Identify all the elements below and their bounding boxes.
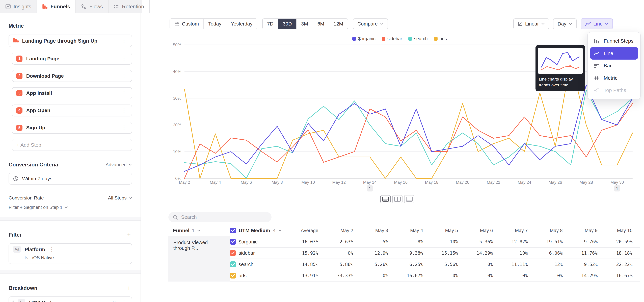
add-step-label: + Add Step — [16, 142, 41, 148]
layout-split-horizontal-button[interactable] — [380, 195, 390, 203]
value-cell: 20.59% — [598, 239, 632, 244]
clock-icon — [13, 176, 18, 181]
remove-icon[interactable] — [111, 300, 117, 302]
value-cell: 0% — [458, 273, 493, 278]
funnel-card[interactable]: Landing Page through Sign Up — [8, 34, 132, 47]
menu-item-metric[interactable]: Metric — [590, 72, 638, 84]
breakdown-heading: Breakdown — [8, 285, 38, 291]
legend-item-search[interactable]: search — [408, 36, 428, 42]
series-checkbox[interactable] — [230, 250, 236, 256]
kebab-menu-icon[interactable] — [120, 108, 128, 113]
svg-text:May 18: May 18 — [425, 180, 438, 184]
filter-value[interactable]: iOS Native — [32, 255, 54, 260]
series-name[interactable]: sidebar — [239, 250, 255, 256]
conversion-window-button[interactable]: Within 7 days — [8, 173, 132, 184]
funnel-step-app-open[interactable]: 4App Open — [12, 104, 132, 116]
linear-scale-icon — [518, 21, 522, 26]
kebab-menu-icon[interactable] — [120, 90, 128, 96]
legend-swatch — [352, 37, 356, 40]
kebab-menu-icon[interactable] — [48, 247, 55, 252]
filter-segment-label: Filter + Segment on Step 1 — [8, 205, 62, 210]
menu-item-line[interactable]: Line — [590, 47, 638, 60]
tab-funnels[interactable]: Funnels — [37, 0, 76, 13]
add-step-button[interactable]: + Add Step — [12, 139, 132, 151]
funnel-icon — [13, 38, 19, 44]
funnel-step-app-install[interactable]: 3App Install — [12, 87, 132, 99]
column-header-may-10: May 10 — [598, 228, 632, 233]
chart-type-button[interactable]: Line — [580, 18, 613, 29]
search-box[interactable] — [168, 212, 272, 222]
series-checkbox[interactable] — [230, 273, 236, 278]
advanced-dropdown[interactable]: Advanced — [106, 162, 132, 168]
filter-operator[interactable]: Is — [24, 255, 28, 260]
kebab-menu-icon[interactable] — [120, 56, 128, 62]
custom-range-button[interactable]: Custom — [170, 19, 203, 29]
chevron-down-icon — [569, 23, 572, 25]
all-steps-dropdown[interactable]: All Steps — [108, 195, 132, 201]
series-name[interactable]: search — [239, 262, 254, 267]
legend-item--organic[interactable]: $organic — [352, 36, 376, 42]
insights-icon — [5, 4, 11, 9]
value-cell: 9.38% — [388, 250, 423, 256]
funnel-step-sign-up[interactable]: 5Sign Up — [12, 122, 132, 134]
breakdown-column-header[interactable]: UTM Medium4 — [230, 228, 283, 234]
chart-type-label: Line — [593, 21, 603, 27]
legend-item-sidebar[interactable]: sidebar — [382, 36, 402, 42]
layout-split-vertical-button[interactable] — [392, 195, 402, 203]
legend-item-ads[interactable]: ads — [434, 36, 447, 42]
tab-retention[interactable]: Retention — [108, 0, 150, 13]
annotation-badge[interactable]: 1 — [614, 185, 620, 192]
kebab-menu-icon[interactable] — [120, 38, 128, 44]
series-checkbox[interactable] — [230, 262, 236, 267]
funnel-header-label: Funnel — [173, 228, 190, 234]
value-cell: 14.29% — [563, 273, 598, 278]
range-12m-button[interactable]: 12M — [329, 19, 348, 29]
yesterday-button[interactable]: Yesterday — [226, 19, 257, 29]
range-6m-button[interactable]: 6M — [312, 19, 329, 29]
layout-toggle-group — [378, 195, 418, 203]
menu-item-bar[interactable]: Bar — [590, 60, 638, 72]
value-cell: 5.26% — [353, 262, 388, 267]
tooltip-text: Line charts display trends over time. — [538, 76, 583, 88]
tab-insights[interactable]: Insights — [0, 0, 37, 13]
svg-text:20%: 20% — [173, 123, 181, 127]
tab-flows[interactable]: Flows — [76, 0, 108, 13]
platform-filter-card[interactable]: Aa Platform Is iOS Native — [8, 243, 132, 264]
funnel-step-download-page[interactable]: 2Download Page — [12, 70, 132, 82]
add-filter-button[interactable] — [126, 231, 132, 238]
funnel-step-landing-page[interactable]: 1Landing Page — [12, 53, 132, 64]
filter-segment-toggle[interactable]: Filter + Segment on Step 1 — [8, 205, 132, 210]
series-name-cell: search — [230, 262, 283, 267]
svg-text:May 22: May 22 — [487, 180, 500, 184]
breakdown-item-card[interactable]: Aa UTM Medium — [8, 296, 132, 302]
day-granularity-button[interactable]: Day — [553, 18, 576, 29]
utm-medium-checkbox[interactable] — [230, 228, 236, 234]
layout-bottom-panel-button[interactable] — [404, 195, 414, 203]
series-checkbox[interactable] — [230, 239, 236, 244]
value-cell: 33.33% — [318, 273, 353, 278]
chevron-down-icon — [380, 23, 384, 25]
drag-handle-icon[interactable] — [12, 300, 14, 302]
range-30d-button[interactable]: 30D — [278, 19, 296, 29]
menu-item-funnel-steps[interactable]: Funnel Steps — [590, 35, 638, 47]
series-name[interactable]: $organic — [239, 239, 258, 244]
search-input[interactable] — [181, 214, 267, 220]
annotation-badge[interactable]: 1 — [367, 185, 373, 192]
funnel-column-header[interactable]: Funnel1 — [168, 228, 230, 234]
kebab-menu-icon[interactable] — [120, 125, 128, 130]
series-name[interactable]: ads — [239, 273, 246, 278]
add-breakdown-button[interactable] — [126, 284, 132, 292]
legend-label: search — [414, 36, 428, 42]
kebab-menu-icon[interactable] — [120, 300, 128, 302]
funnel-cell[interactable]: Product Viewed through P... — [168, 236, 230, 281]
today-button[interactable]: Today — [204, 19, 226, 29]
range-7d-button[interactable]: 7D — [263, 19, 278, 29]
range-3m-button[interactable]: 3M — [296, 19, 312, 29]
kebab-menu-icon[interactable] — [120, 73, 128, 79]
value-cell: 15.15% — [423, 250, 458, 256]
breakdown-table: Funnel1UTM Medium4AverageMay 2May 3May 4… — [168, 225, 640, 281]
funnel-title: Landing Page through Sign Up — [22, 38, 98, 44]
linear-scale-button[interactable]: Linear — [513, 18, 549, 29]
value-cell: 5.56% — [423, 262, 458, 267]
compare-button[interactable]: Compare — [353, 18, 388, 29]
